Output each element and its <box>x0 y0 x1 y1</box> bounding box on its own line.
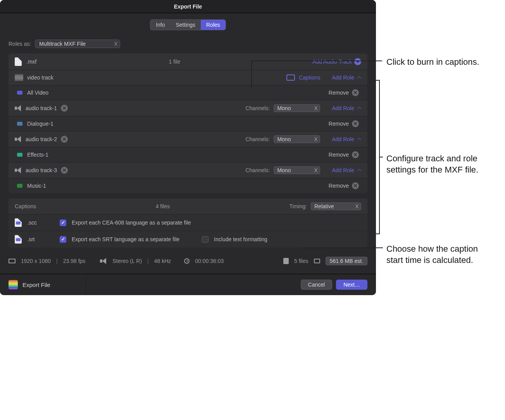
window-titlebar: Export File <box>0 0 376 13</box>
mxf-panel: .mxf 1 file Add Audio Track + video trac… <box>9 54 367 193</box>
mxf-header-row: .mxf 1 file Add Audio Track + <box>9 54 367 70</box>
channels-select-3[interactable]: Mono <box>274 166 320 174</box>
callout-burn-in: Click to burn in captions. <box>386 57 479 68</box>
dialog-footer: Export File Cancel Next… <box>0 274 376 295</box>
scc-export-checkbox[interactable]: ✓ <box>60 220 66 226</box>
scc-export-label: Export each CEA-608 language as a separa… <box>72 220 191 226</box>
mxf-file-count: 1 file <box>41 59 308 65</box>
audio-track-2-header: audio track-2 ✕ Channels: Mono Add Role <box>9 131 367 147</box>
caption-row-scc: .scc ✓ Export each CEA-608 language as a… <box>9 214 367 231</box>
cancel-button[interactable]: Cancel <box>301 280 333 290</box>
audio-3-add-role-label: Add Role <box>332 167 354 173</box>
channels-label-2: Channels: <box>245 136 270 142</box>
audio-track-3-group: audio track-3 ✕ Channels: Mono Add Role … <box>9 162 367 193</box>
caption-row-srt: .srt ✓ Export each SRT language as a sep… <box>9 231 367 247</box>
video-track-header: video track Captions Add Role <box>9 70 367 85</box>
close-icon: ✕ <box>352 151 359 158</box>
srt-file-icon <box>15 235 22 244</box>
roles-as-label: Roles as: <box>9 41 31 47</box>
srt-export-checkbox[interactable]: ✓ <box>60 236 66 243</box>
role-color-chip <box>17 91 22 95</box>
audio-2-subrow: Effects-1 Remove ✕ <box>9 147 367 162</box>
chevron-down-icon <box>357 76 361 79</box>
status-bar: 1920 x 1080 | 23.98 fps Stereo (L R) | 4… <box>9 253 367 270</box>
window-title: Export File <box>174 3 202 10</box>
srt-formatting-label: Include text formatting <box>214 236 267 242</box>
channels-label-3: Channels: <box>245 167 270 173</box>
channels-select-1[interactable]: Mono <box>274 104 320 112</box>
speaker-icon <box>100 258 107 264</box>
video-track-label: video track <box>27 74 53 81</box>
roles-as-popup[interactable]: Multitrack MXF File <box>35 40 120 48</box>
audio-2-sub-name: Effects-1 <box>27 152 324 158</box>
audio-1-remove-label: Remove <box>329 121 349 127</box>
video-add-role-label: Add Role <box>332 74 354 81</box>
callout-configure: Configure track and role settings for th… <box>386 153 495 175</box>
callout-bracket-bot <box>375 233 379 234</box>
scc-ext-label: .scc <box>27 220 54 226</box>
next-button[interactable]: Next… <box>336 280 367 290</box>
captions-header-row: Captions 4 files Timing: Relative <box>9 199 367 214</box>
chevron-down-icon <box>357 107 361 109</box>
audio-1-sub-name: Dialogue-1 <box>27 121 324 127</box>
channels-select-2[interactable]: Mono <box>274 135 320 143</box>
close-icon: ✕ <box>352 120 359 127</box>
audio-track-3-delete[interactable]: ✕ <box>61 167 68 174</box>
status-fps: 23.98 fps <box>63 258 86 264</box>
callout-line <box>302 247 383 248</box>
callout-line <box>251 60 252 88</box>
tab-roles[interactable]: Roles <box>201 20 226 30</box>
audio-2-remove-button[interactable]: Remove ✕ <box>329 151 359 158</box>
chevron-down-icon <box>357 138 361 140</box>
plus-icon: + <box>354 58 361 65</box>
audio-3-remove-button[interactable]: Remove ✕ <box>329 182 359 189</box>
timing-popup[interactable]: Relative <box>311 202 361 210</box>
audio-track-1-label: audio track-1 <box>26 105 57 111</box>
audio-2-add-role-label: Add Role <box>332 136 354 142</box>
audio-track-2-group: audio track-2 ✕ Channels: Mono Add Role … <box>9 131 367 162</box>
tab-settings[interactable]: Settings <box>170 20 201 30</box>
chevron-down-icon <box>357 169 361 171</box>
audio-1-add-role-button[interactable]: Add Role <box>332 105 361 111</box>
dialog-body: Info Settings Roles Roles as: Multitrack… <box>0 13 376 274</box>
monitor-icon <box>314 259 320 263</box>
audio-2-remove-label: Remove <box>329 152 349 158</box>
audio-track-2-label: audio track-2 <box>26 136 57 142</box>
audio-3-add-role-button[interactable]: Add Role <box>332 167 361 173</box>
audio-track-2-delete[interactable]: ✕ <box>61 136 68 143</box>
status-audio: Stereo (L R) <box>112 258 142 264</box>
video-add-role-button[interactable]: Add Role <box>332 74 361 81</box>
role-color-chip <box>17 184 22 188</box>
captions-icon <box>286 74 295 81</box>
roles-as-row: Roles as: Multitrack MXF File <box>9 36 367 54</box>
audio-3-subrow: Music-1 Remove ✕ <box>9 178 367 193</box>
speaker-icon <box>15 136 22 142</box>
mxf-ext-label: .mxf <box>26 59 36 65</box>
audio-3-remove-label: Remove <box>329 183 349 189</box>
audio-2-add-role-button[interactable]: Add Role <box>332 136 361 142</box>
audio-track-1-header: audio track-1 ✕ Channels: Mono Add Role <box>9 100 367 116</box>
tab-info[interactable]: Info <box>150 20 170 30</box>
add-audio-track-label: Add Audio Track <box>312 59 352 65</box>
status-rate: 48 kHz <box>154 258 171 264</box>
audio-track-1-delete[interactable]: ✕ <box>61 105 68 112</box>
files-icon <box>283 258 289 264</box>
tab-bar: Info Settings Roles <box>9 13 367 36</box>
srt-export-label: Export each SRT language as a separate f… <box>72 236 179 242</box>
add-audio-track-button[interactable]: Add Audio Track + <box>312 58 361 65</box>
callout-timing: Choose how the caption start time is cal… <box>386 244 495 266</box>
srt-formatting-checkbox[interactable] <box>202 236 209 243</box>
captions-panel: Captions 4 files Timing: Relative .scc ✓… <box>9 199 367 247</box>
video-track-group: video track Captions Add Role All Video <box>9 70 367 100</box>
status-files: 5 files <box>294 258 309 264</box>
speaker-icon <box>15 105 22 111</box>
audio-1-subrow: Dialogue-1 Remove ✕ <box>9 116 367 131</box>
srt-ext-label: .srt <box>27 236 54 242</box>
audio-1-remove-button[interactable]: Remove ✕ <box>329 120 359 127</box>
captions-button[interactable]: Captions <box>299 74 320 81</box>
audio-track-3-label: audio track-3 <box>26 167 57 173</box>
footer-title: Export File <box>22 282 297 288</box>
scc-file-icon <box>15 218 22 227</box>
video-remove-button[interactable]: Remove ✕ <box>329 89 359 96</box>
captions-title: Captions <box>15 203 36 209</box>
